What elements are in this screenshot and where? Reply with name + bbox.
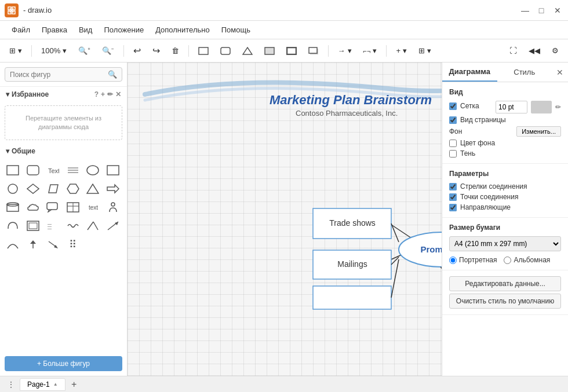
- grid-checkbox[interactable]: [449, 102, 457, 110]
- shape-button-3[interactable]: [238, 43, 257, 59]
- shape-cloud[interactable]: [25, 199, 41, 215]
- clear-style-button[interactable]: Очистить стиль по умолчанию: [449, 294, 561, 309]
- zoom-display[interactable]: 100% ▾: [37, 43, 71, 59]
- svg-rect-5: [309, 47, 317, 53]
- shape-squiggle[interactable]: [65, 218, 81, 234]
- minimize-button[interactable]: —: [519, 5, 531, 16]
- table-button[interactable]: ⊞ ▾: [414, 43, 436, 59]
- zoom-out-button[interactable]: 🔍−: [97, 43, 119, 59]
- shape-brackets[interactable]: [25, 218, 41, 234]
- favorites-section-header[interactable]: ▾ Избранное ? + ✏ ✕: [0, 87, 127, 102]
- shape-button-shadow[interactable]: [304, 43, 323, 59]
- portrait-label[interactable]: Портретная: [449, 256, 497, 264]
- view-toggle-button[interactable]: ⊞ ▾: [5, 43, 27, 59]
- more-shapes-button[interactable]: + Больше фигур: [5, 356, 122, 371]
- shape-speech[interactable]: [45, 199, 61, 215]
- add-page-button[interactable]: +: [68, 378, 81, 391]
- shape-text-2[interactable]: text: [85, 199, 101, 215]
- shape-diagonal[interactable]: [85, 218, 101, 234]
- redo-button[interactable]: ↪: [148, 43, 165, 59]
- shape-curve-1[interactable]: [5, 236, 21, 252]
- svg-marker-17: [67, 184, 79, 193]
- bg-color-checkbox[interactable]: [449, 140, 457, 147]
- shape-parallelogram[interactable]: [45, 181, 61, 197]
- search-input[interactable]: [10, 71, 108, 79]
- landscape-radio[interactable]: [504, 257, 511, 264]
- svg-marker-18: [87, 184, 99, 193]
- shadow-checkbox[interactable]: [449, 150, 457, 157]
- insert-button[interactable]: + ▾: [391, 43, 412, 59]
- grid-value-input[interactable]: [496, 101, 527, 113]
- favorites-add-icon[interactable]: +: [101, 90, 105, 98]
- collapse-button[interactable]: ◀◀: [524, 43, 545, 59]
- general-section-header[interactable]: ▾ Общие: [0, 144, 127, 159]
- shape-rect[interactable]: [5, 162, 21, 178]
- bg-change-button[interactable]: Изменить...: [516, 126, 561, 137]
- shape-arrow-up[interactable]: [25, 236, 41, 252]
- landscape-label[interactable]: Альбомная: [504, 256, 550, 264]
- page-dots-button[interactable]: ⋮: [5, 379, 17, 390]
- guides-checkbox[interactable]: [449, 204, 457, 211]
- delete-button[interactable]: 🗑: [167, 43, 184, 59]
- zoom-in-icon: 🔍+: [78, 46, 90, 55]
- close-button[interactable]: ✕: [552, 5, 563, 16]
- shape-ellipse[interactable]: [85, 162, 101, 178]
- shape-arrow-diagonal[interactable]: [105, 218, 121, 234]
- tab-diagram[interactable]: Диаграмма: [442, 63, 497, 82]
- stroke-icon: [286, 47, 297, 55]
- shape-cylinder[interactable]: [5, 199, 21, 215]
- grid-color-swatch[interactable]: [531, 101, 552, 113]
- zoom-in-button[interactable]: 🔍+: [74, 43, 95, 59]
- arrow-button[interactable]: → ▾: [333, 43, 356, 59]
- favorites-close-icon[interactable]: ✕: [115, 90, 121, 98]
- favorites-edit-icon[interactable]: ✏: [107, 90, 113, 98]
- edit-data-button[interactable]: Редактировать данные...: [449, 276, 561, 291]
- menu-position[interactable]: Положение: [99, 23, 148, 36]
- menu-help[interactable]: Помощь: [217, 23, 255, 36]
- undo-button[interactable]: ↩: [129, 43, 145, 59]
- menu-edit[interactable]: Правка: [37, 23, 72, 36]
- shape-hexagon[interactable]: [65, 181, 81, 197]
- shape-button-1[interactable]: [194, 43, 213, 59]
- points-checkbox[interactable]: [449, 193, 457, 201]
- shape-button-2[interactable]: [216, 43, 235, 59]
- arrows-checkbox[interactable]: [449, 183, 457, 190]
- panel-tabs: Диаграмма Стиль ✕: [442, 63, 568, 82]
- shape-button-fill[interactable]: [260, 43, 279, 59]
- svg-rect-3: [287, 47, 296, 54]
- shape-triangle[interactable]: [85, 181, 101, 197]
- fullscreen-button[interactable]: ⛶: [505, 43, 522, 59]
- favorites-help-icon[interactable]: ?: [94, 90, 99, 98]
- shape-note[interactable]: ———: [45, 218, 61, 234]
- page-view-checkbox[interactable]: [449, 116, 457, 124]
- shape-table[interactable]: [65, 199, 81, 215]
- tab-style[interactable]: Стиль: [497, 63, 552, 81]
- maximize-button[interactable]: □: [536, 5, 547, 16]
- panel-close-button[interactable]: ✕: [552, 68, 568, 77]
- shape-lines[interactable]: [65, 162, 81, 178]
- shape-diamond[interactable]: [25, 181, 41, 197]
- shape-button-stroke[interactable]: [282, 43, 301, 59]
- shape-person[interactable]: [105, 199, 121, 215]
- zoom-value: 100%: [41, 46, 60, 55]
- pencil-icon[interactable]: ✏: [555, 103, 561, 111]
- shape-circle[interactable]: [5, 181, 21, 197]
- menu-file[interactable]: Файл: [7, 23, 35, 36]
- shape-rect-rounded[interactable]: [25, 162, 41, 178]
- shape-arrow-right[interactable]: [105, 181, 121, 197]
- portrait-radio[interactable]: [449, 257, 457, 264]
- menu-view[interactable]: Вид: [74, 23, 97, 36]
- settings-button[interactable]: ⚙: [547, 43, 563, 59]
- shape-text[interactable]: Text: [45, 162, 61, 178]
- shape-arrow-down-right[interactable]: [45, 236, 61, 252]
- shadow-label: Тень: [460, 149, 475, 157]
- canvas-area[interactable]: Marketing Plan Brainstorm Contoso Pharma…: [128, 63, 442, 376]
- shape-icon-1: [198, 47, 209, 55]
- shape-rect-2[interactable]: [105, 162, 121, 178]
- paper-size-select[interactable]: A4 (210 mm x 297 mm) A3 (297 mm x 420 mm…: [449, 236, 561, 251]
- shape-arc[interactable]: [5, 218, 21, 234]
- page-tab-1[interactable]: Page-1 ▲: [20, 378, 65, 391]
- connector-button[interactable]: ⌐¬ ▾: [359, 43, 382, 59]
- shape-dots[interactable]: ⠿: [65, 236, 81, 252]
- menu-extra[interactable]: Дополнительно: [151, 23, 214, 36]
